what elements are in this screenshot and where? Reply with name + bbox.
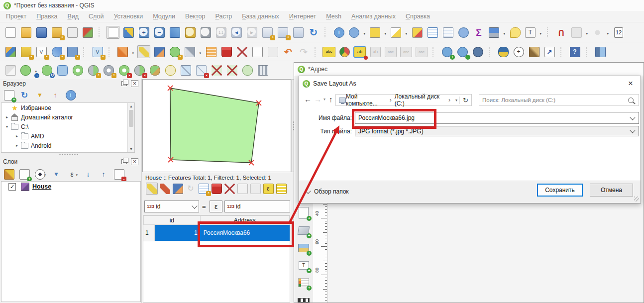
text-annotation-icon[interactable]: T▾ [524,26,542,39]
current-edits-icon[interactable]: ▾ [116,45,135,58]
add-part-icon[interactable]: * [87,64,100,77]
attr-delete-selected-icon[interactable] [211,183,222,195]
map-tips-icon[interactable] [509,26,522,39]
search-input[interactable]: Поиск: Локальный диск (C:) [479,94,639,106]
expander-icon[interactable]: ▾ [3,124,10,129]
breadcrumb-item[interactable]: Мой компьюте... [346,93,387,107]
layers-remove-icon[interactable]: - [113,168,125,180]
column-header-address[interactable]: Address [201,215,290,225]
breadcrumb[interactable]: Мой компьюте...›Локальный диск (C:)› ▾ ↻ [335,94,472,106]
attr-multiedit-icon[interactable] [159,183,171,195]
copy-features-icon[interactable] [251,45,264,58]
toggle-editing-icon[interactable] [137,45,150,58]
style-manager-icon[interactable] [66,26,79,39]
attr-select-all-icon[interactable] [275,183,287,195]
move-feature-icon[interactable]: →▾ [19,64,38,77]
breadcrumb-chevron-icon[interactable]: › [445,97,453,103]
cut-features-icon[interactable] [235,45,248,58]
panel-splitter-handle[interactable] [59,153,79,155]
layer-labeling-icon[interactable]: abc [322,45,335,58]
layers-collapse-all-icon[interactable]: ↑ [98,168,109,180]
expression-button[interactable]: ε [210,201,222,212]
new-memory-layer-icon[interactable]: * [66,45,79,58]
zoom-out-icon[interactable]: − [153,26,166,39]
statistics-icon[interactable]: Σ [472,26,485,39]
undo-icon[interactable]: ↶ [282,45,295,58]
browser-item-amd[interactable]: ▸AMD [1,131,134,141]
select-by-value-icon[interactable]: ▾ [390,26,408,39]
browser-float-icon[interactable] [121,81,127,86]
chevron-down-icon[interactable] [630,127,635,133]
add-page-icon[interactable]: + [297,206,310,219]
browser-item-c-drive[interactable]: ▾C:\ [1,122,134,131]
add-ring-icon[interactable] [71,64,84,77]
resize-grip[interactable] [634,197,639,202]
row-number[interactable]: 1 [143,225,155,241]
vertex-tool-icon[interactable]: ▾ [184,45,202,58]
menu-item-0[interactable]: Проект [1,11,31,21]
browser-collapse-icon[interactable]: ↑ [49,89,61,101]
attr-cut-icon[interactable] [223,183,235,195]
add-polygon-icon[interactable]: * [168,45,181,58]
expander-icon[interactable]: ▸ [13,134,20,138]
nav-back-icon[interactable]: ← [304,96,312,103]
refresh-map-icon[interactable]: ↻ [307,26,320,39]
dialog-close-icon[interactable]: × [621,76,641,91]
help-contents-icon[interactable]: ? [568,45,581,58]
measure-icon[interactable]: ▾ [488,26,506,39]
data-plot-icon[interactable]: ↗ [543,45,556,58]
processing-history-icon[interactable] [528,45,540,58]
symbology-icon[interactable] [81,26,94,39]
menu-item-12[interactable]: Справка [401,11,435,21]
processing-gear-icon[interactable] [457,26,470,39]
save-edits-icon[interactable] [153,45,166,58]
metasearch-icon[interactable] [456,45,469,58]
menu-item-11[interactable]: Анализ данных [346,11,401,21]
filter-value-input[interactable]: 123 id [224,201,290,212]
offset-curve-icon[interactable] [164,64,177,77]
add-3d-map-icon[interactable]: + [297,224,310,237]
zoom-last-icon[interactable]: ◂ [230,26,243,39]
browser-scrollbar[interactable]: ▲ ▼ [127,103,134,152]
deselect-all-icon[interactable] [411,26,424,39]
browser-refresh-icon[interactable]: ↻ [18,89,30,101]
data-source-manager-icon[interactable] [4,45,17,58]
attr-add-feature-icon[interactable]: * [198,183,210,195]
select-features-icon[interactable]: ▾ [369,26,387,39]
show-bookmarks-icon[interactable]: * [276,26,289,39]
layer-diagram-icon[interactable] [338,45,351,58]
menu-item-7[interactable]: Растр [211,11,237,21]
pin-labels-icon[interactable]: ab [353,45,366,58]
filter-field-combo[interactable]: 123 id [144,201,199,212]
pan-map-icon[interactable] [107,26,119,39]
column-header-id[interactable]: id [143,215,201,225]
browser-properties-icon[interactable]: i [65,89,77,101]
merge-attributes-icon[interactable] [225,64,238,77]
scroll-up-icon[interactable]: ▲ [128,103,134,109]
map-canvas[interactable] [142,79,291,172]
search-icon[interactable] [628,98,634,103]
new-bookmark-icon[interactable]: * [261,26,274,39]
nav-up-icon[interactable]: ↑ [329,96,333,103]
layer-checkbox[interactable]: ✓ [8,183,16,191]
merge-features-icon[interactable] [210,64,223,77]
pan-to-selection-icon[interactable] [122,26,135,39]
snapping-icon[interactable]: U [555,26,568,39]
menu-item-1[interactable]: Правка [31,11,62,21]
split-features-icon[interactable] [179,64,192,77]
nav-history-icon[interactable]: ▾ [323,97,325,101]
reshape-features-icon[interactable] [148,64,161,77]
new-spatialite-icon[interactable]: * [50,45,63,58]
rotate-feature-icon[interactable]: ↻ [40,64,53,77]
cell-id[interactable]: 1 [155,225,201,241]
metasearch-add-icon[interactable]: + [440,45,453,58]
split-parts-icon[interactable]: × [195,64,208,77]
new-shapefile-icon[interactable]: V* [35,45,48,58]
gps-information-icon[interactable]: + [512,45,525,58]
zoom-in-icon[interactable]: + [137,26,150,39]
layers-filter-icon[interactable]: ▼ [50,168,62,180]
run-feature-action-icon[interactable]: ▾ [348,26,366,39]
scale-spinbox[interactable]: 12 [612,26,625,39]
new-geopackage-icon[interactable]: * [19,45,32,58]
add-label-icon[interactable]: T+ [297,259,310,272]
